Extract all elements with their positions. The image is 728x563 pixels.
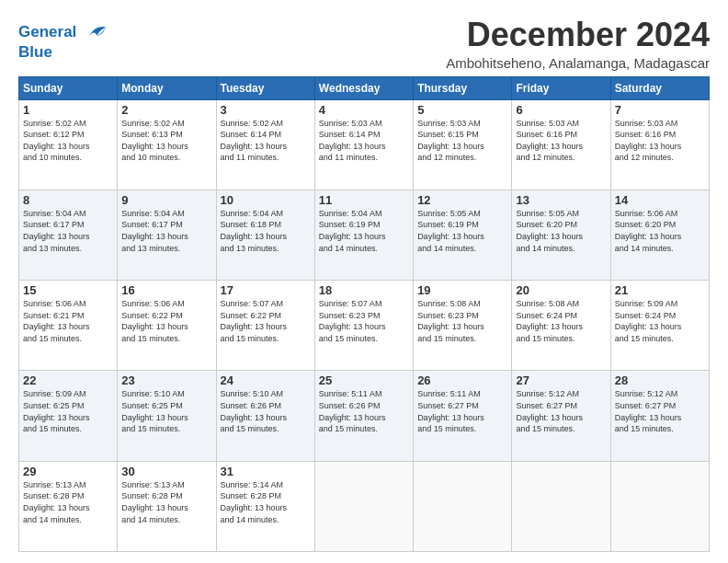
day-number: 22 — [23, 373, 113, 387]
calendar-cell: 4Sunrise: 5:03 AM Sunset: 6:14 PM Daylig… — [314, 99, 413, 190]
day-number: 15 — [23, 283, 113, 297]
calendar-cell — [610, 461, 709, 551]
calendar-header-friday: Friday — [512, 76, 610, 99]
calendar-table: SundayMondayTuesdayWednesdayThursdayFrid… — [18, 76, 710, 552]
day-info: Sunrise: 5:07 AM Sunset: 6:22 PM Dayligh… — [221, 298, 311, 344]
calendar-cell: 13Sunrise: 5:05 AM Sunset: 6:20 PM Dayli… — [512, 190, 610, 280]
day-info: Sunrise: 5:03 AM Sunset: 6:16 PM Dayligh… — [615, 118, 705, 164]
day-info: Sunrise: 5:05 AM Sunset: 6:19 PM Dayligh… — [417, 208, 507, 254]
day-info: Sunrise: 5:14 AM Sunset: 6:28 PM Dayligh… — [221, 479, 311, 525]
day-info: Sunrise: 5:04 AM Sunset: 6:19 PM Dayligh… — [319, 208, 409, 254]
calendar-week-row: 1Sunrise: 5:02 AM Sunset: 6:12 PM Daylig… — [19, 99, 710, 190]
calendar-header-wednesday: Wednesday — [314, 76, 413, 99]
calendar-week-row: 15Sunrise: 5:06 AM Sunset: 6:21 PM Dayli… — [19, 281, 710, 371]
day-info: Sunrise: 5:06 AM Sunset: 6:22 PM Dayligh… — [121, 298, 211, 344]
day-number: 11 — [319, 193, 409, 207]
calendar-header-sunday: Sunday — [19, 76, 118, 99]
day-info: Sunrise: 5:10 AM Sunset: 6:25 PM Dayligh… — [121, 388, 211, 434]
day-number: 7 — [615, 103, 705, 117]
day-info: Sunrise: 5:11 AM Sunset: 6:27 PM Dayligh… — [417, 388, 507, 434]
day-info: Sunrise: 5:08 AM Sunset: 6:24 PM Dayligh… — [516, 298, 606, 344]
calendar-cell — [512, 461, 610, 551]
day-info: Sunrise: 5:07 AM Sunset: 6:23 PM Dayligh… — [319, 298, 409, 344]
day-info: Sunrise: 5:09 AM Sunset: 6:24 PM Dayligh… — [615, 298, 705, 344]
logo-text: General — [18, 20, 108, 46]
day-info: Sunrise: 5:12 AM Sunset: 6:27 PM Dayligh… — [516, 388, 606, 434]
day-number: 21 — [615, 283, 705, 297]
logo-bird-icon — [82, 20, 108, 46]
day-info: Sunrise: 5:11 AM Sunset: 6:26 PM Dayligh… — [319, 388, 409, 434]
calendar-header-monday: Monday — [118, 76, 216, 99]
subtitle: Ambohitseheno, Analamanga, Madagascar — [446, 55, 710, 71]
day-info: Sunrise: 5:06 AM Sunset: 6:20 PM Dayligh… — [615, 208, 705, 254]
calendar-cell: 6Sunrise: 5:03 AM Sunset: 6:16 PM Daylig… — [512, 99, 610, 190]
title-area: December 2024 Ambohitseheno, Analamanga,… — [446, 17, 710, 71]
calendar-cell: 31Sunrise: 5:14 AM Sunset: 6:28 PM Dayli… — [216, 461, 314, 551]
calendar-cell: 22Sunrise: 5:09 AM Sunset: 6:25 PM Dayli… — [19, 371, 118, 461]
day-info: Sunrise: 5:02 AM Sunset: 6:12 PM Dayligh… — [23, 118, 113, 164]
day-number: 17 — [221, 283, 311, 297]
day-info: Sunrise: 5:03 AM Sunset: 6:14 PM Dayligh… — [319, 118, 409, 164]
day-number: 6 — [516, 103, 606, 117]
day-number: 10 — [221, 193, 311, 207]
day-info: Sunrise: 5:13 AM Sunset: 6:28 PM Dayligh… — [121, 479, 211, 525]
day-number: 23 — [121, 373, 211, 387]
day-number: 13 — [516, 193, 606, 207]
logo-line2: Blue — [18, 43, 108, 62]
day-number: 12 — [417, 193, 507, 207]
day-number: 30 — [121, 465, 211, 478]
top-area: General Blue December 2024 Ambohitseheno… — [18, 17, 710, 71]
calendar-cell: 26Sunrise: 5:11 AM Sunset: 6:27 PM Dayli… — [414, 371, 512, 461]
day-info: Sunrise: 5:05 AM Sunset: 6:20 PM Dayligh… — [516, 208, 606, 254]
day-info: Sunrise: 5:06 AM Sunset: 6:21 PM Dayligh… — [23, 298, 113, 344]
calendar-cell: 19Sunrise: 5:08 AM Sunset: 6:23 PM Dayli… — [414, 281, 512, 371]
logo: General Blue — [18, 20, 108, 62]
day-number: 20 — [516, 283, 606, 297]
calendar-cell: 24Sunrise: 5:10 AM Sunset: 6:26 PM Dayli… — [216, 371, 314, 461]
day-number: 5 — [417, 103, 507, 117]
calendar-cell: 9Sunrise: 5:04 AM Sunset: 6:17 PM Daylig… — [118, 190, 216, 280]
calendar-cell: 29Sunrise: 5:13 AM Sunset: 6:28 PM Dayli… — [19, 461, 118, 551]
day-info: Sunrise: 5:03 AM Sunset: 6:15 PM Dayligh… — [417, 118, 507, 164]
day-info: Sunrise: 5:10 AM Sunset: 6:26 PM Dayligh… — [221, 388, 311, 434]
calendar-cell: 1Sunrise: 5:02 AM Sunset: 6:12 PM Daylig… — [19, 99, 118, 190]
day-number: 27 — [516, 373, 606, 387]
calendar-cell: 25Sunrise: 5:11 AM Sunset: 6:26 PM Dayli… — [314, 371, 413, 461]
day-info: Sunrise: 5:04 AM Sunset: 6:18 PM Dayligh… — [221, 208, 311, 254]
calendar-cell: 7Sunrise: 5:03 AM Sunset: 6:16 PM Daylig… — [610, 99, 709, 190]
calendar-cell: 20Sunrise: 5:08 AM Sunset: 6:24 PM Dayli… — [512, 281, 610, 371]
day-number: 14 — [615, 193, 705, 207]
page: General Blue December 2024 Ambohitseheno… — [0, 0, 728, 563]
day-number: 9 — [121, 193, 211, 207]
calendar-cell — [314, 461, 413, 551]
calendar-cell: 15Sunrise: 5:06 AM Sunset: 6:21 PM Dayli… — [19, 281, 118, 371]
day-info: Sunrise: 5:02 AM Sunset: 6:14 PM Dayligh… — [221, 118, 311, 164]
calendar-cell: 3Sunrise: 5:02 AM Sunset: 6:14 PM Daylig… — [216, 99, 314, 190]
calendar-header-row: SundayMondayTuesdayWednesdayThursdayFrid… — [19, 76, 710, 99]
day-number: 26 — [417, 373, 507, 387]
calendar-week-row: 29Sunrise: 5:13 AM Sunset: 6:28 PM Dayli… — [19, 461, 710, 551]
calendar-cell: 8Sunrise: 5:04 AM Sunset: 6:17 PM Daylig… — [19, 190, 118, 280]
day-number: 4 — [319, 103, 409, 117]
calendar-cell: 2Sunrise: 5:02 AM Sunset: 6:13 PM Daylig… — [118, 99, 216, 190]
day-number: 1 — [23, 103, 113, 117]
day-number: 2 — [121, 103, 211, 117]
calendar-cell: 5Sunrise: 5:03 AM Sunset: 6:15 PM Daylig… — [414, 99, 512, 190]
day-info: Sunrise: 5:12 AM Sunset: 6:27 PM Dayligh… — [615, 388, 705, 434]
day-number: 8 — [23, 193, 113, 207]
calendar-cell: 23Sunrise: 5:10 AM Sunset: 6:25 PM Dayli… — [118, 371, 216, 461]
day-info: Sunrise: 5:02 AM Sunset: 6:13 PM Dayligh… — [121, 118, 211, 164]
day-info: Sunrise: 5:09 AM Sunset: 6:25 PM Dayligh… — [23, 388, 113, 434]
day-number: 18 — [319, 283, 409, 297]
calendar-cell: 11Sunrise: 5:04 AM Sunset: 6:19 PM Dayli… — [314, 190, 413, 280]
calendar-cell — [414, 461, 512, 551]
day-number: 16 — [121, 283, 211, 297]
day-info: Sunrise: 5:04 AM Sunset: 6:17 PM Dayligh… — [23, 208, 113, 254]
calendar-cell: 17Sunrise: 5:07 AM Sunset: 6:22 PM Dayli… — [216, 281, 314, 371]
calendar-cell: 27Sunrise: 5:12 AM Sunset: 6:27 PM Dayli… — [512, 371, 610, 461]
calendar-week-row: 8Sunrise: 5:04 AM Sunset: 6:17 PM Daylig… — [19, 190, 710, 280]
day-info: Sunrise: 5:08 AM Sunset: 6:23 PM Dayligh… — [417, 298, 507, 344]
day-info: Sunrise: 5:04 AM Sunset: 6:17 PM Dayligh… — [121, 208, 211, 254]
calendar-cell: 12Sunrise: 5:05 AM Sunset: 6:19 PM Dayli… — [414, 190, 512, 280]
calendar-cell: 21Sunrise: 5:09 AM Sunset: 6:24 PM Dayli… — [610, 281, 709, 371]
